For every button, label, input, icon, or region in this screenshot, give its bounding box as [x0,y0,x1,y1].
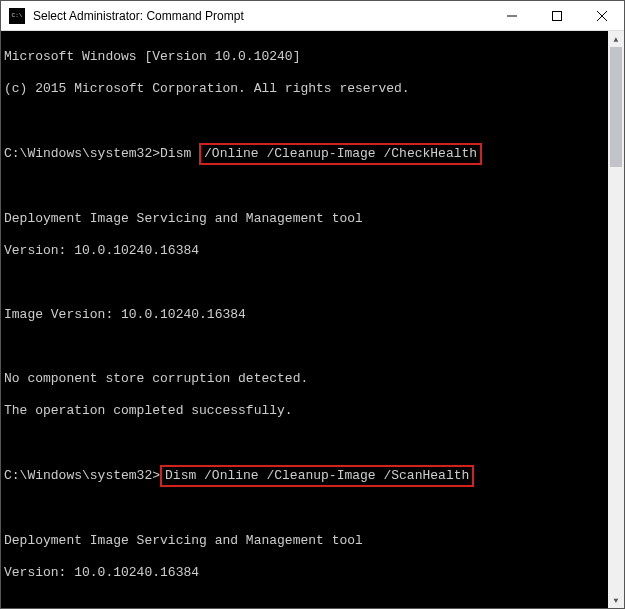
titlebar[interactable]: Select Administrator: Command Prompt [1,1,624,31]
command-line-1: C:\Windows\system32>Dism /Online /Cleanu… [4,145,608,163]
no-corruption: No component store corruption detected. [4,371,608,387]
tool-version: Version: 10.0.10240.16384 [4,565,608,581]
prompt-text: C:\Windows\system32> [4,468,160,483]
maximize-icon [552,11,562,21]
window-title: Select Administrator: Command Prompt [25,9,489,23]
close-icon [597,11,607,21]
prompt-text: C:\Windows\system32> [4,146,160,161]
scroll-thumb[interactable] [610,47,622,167]
scrollbar[interactable]: ▲ ▼ [608,31,624,608]
tool-name: Deployment Image Servicing and Managemen… [4,533,608,549]
dism-keyword: Dism [160,146,199,161]
scroll-down-button[interactable]: ▼ [608,592,624,608]
titlebar-buttons [489,1,624,30]
terminal-output[interactable]: Microsoft Windows [Version 10.0.10240] (… [1,31,608,608]
highlight-checkhealth: /Online /Cleanup-Image /CheckHealth [199,143,482,165]
maximize-button[interactable] [534,1,579,30]
scroll-up-button[interactable]: ▲ [608,31,624,47]
tool-name: Deployment Image Servicing and Managemen… [4,211,608,227]
command-line-2: C:\Windows\system32>Dism /Online /Cleanu… [4,467,608,485]
image-version: Image Version: 10.0.10240.16384 [4,307,608,323]
highlight-scanhealth: Dism /Online /Cleanup-Image /ScanHealth [160,465,474,487]
command-prompt-window: Select Administrator: Command Prompt Mic… [0,0,625,609]
minimize-button[interactable] [489,1,534,30]
cmd-icon [9,8,25,24]
op-success: The operation completed successfully. [4,403,608,419]
header-line: Microsoft Windows [Version 10.0.10240] [4,49,608,65]
minimize-icon [507,11,517,21]
copyright-line: (c) 2015 Microsoft Corporation. All righ… [4,81,608,97]
tool-version: Version: 10.0.10240.16384 [4,243,608,259]
close-button[interactable] [579,1,624,30]
terminal-container: Microsoft Windows [Version 10.0.10240] (… [1,31,624,608]
scroll-track[interactable] [608,47,624,592]
svg-rect-1 [552,11,561,20]
